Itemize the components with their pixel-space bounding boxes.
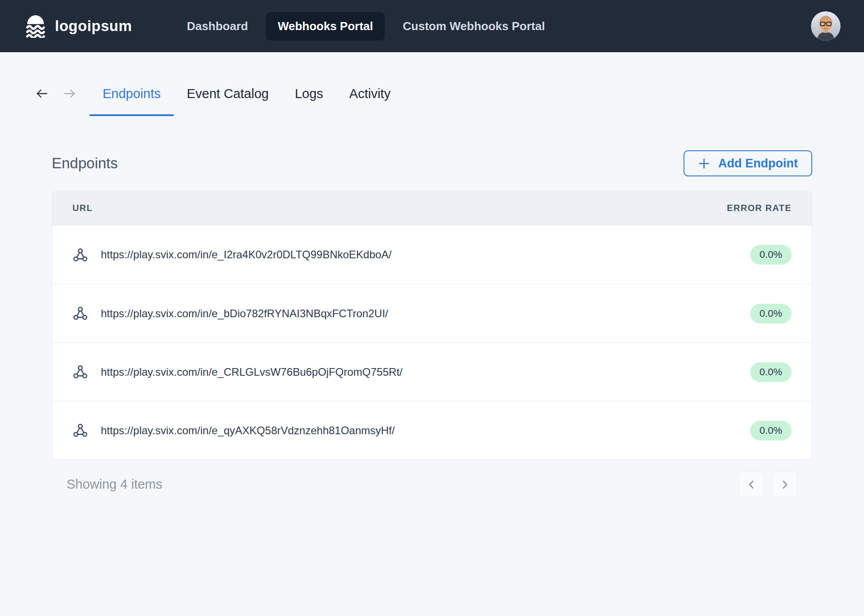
nav-item-custom-webhooks-portal[interactable]: Custom Webhooks Portal xyxy=(391,12,557,40)
tab-logs[interactable]: Logs xyxy=(282,85,336,116)
tab-activity[interactable]: Activity xyxy=(336,85,404,116)
endpoint-url: https://play.svix.com/in/e_qyAXKQ58rVdzn… xyxy=(101,424,395,437)
error-rate-badge: 0.0% xyxy=(750,245,792,265)
nav-item-webhooks-portal[interactable]: Webhooks Portal xyxy=(266,12,385,40)
webhook-icon xyxy=(72,306,88,321)
table-row[interactable]: https://play.svix.com/in/e_qyAXKQ58rVdzn… xyxy=(52,401,812,459)
arrow-right-icon xyxy=(62,86,77,101)
row-url-cell: https://play.svix.com/in/e_bDio782fRYNAI… xyxy=(72,306,388,321)
forward-button[interactable] xyxy=(62,85,78,103)
nav-item-dashboard[interactable]: Dashboard xyxy=(175,12,260,40)
items-count-label: Showing 4 items xyxy=(67,477,162,492)
portal-tabbar: Endpoints Event Catalog Logs Activity xyxy=(34,85,864,116)
row-url-cell: https://play.svix.com/in/e_qyAXKQ58rVdzn… xyxy=(72,423,395,438)
next-page-button[interactable] xyxy=(772,472,797,497)
add-endpoint-button[interactable]: Add Endpoint xyxy=(684,150,812,176)
pagination xyxy=(738,472,797,497)
endpoints-table: URL ERROR RATE https://play.svix.com/in/… xyxy=(52,191,812,460)
endpoint-url: https://play.svix.com/in/e_I2ra4K0v2r0DL… xyxy=(101,248,392,261)
page-title: Endpoints xyxy=(52,155,118,172)
row-url-cell: https://play.svix.com/in/e_CRLGLvsW76Bu6… xyxy=(72,364,402,380)
top-navbar: logoipsum Dashboard Webhooks Portal Cust… xyxy=(0,0,864,52)
webhook-icon xyxy=(72,364,88,380)
table-row[interactable]: https://play.svix.com/in/e_CRLGLvsW76Bu6… xyxy=(52,342,812,401)
page-head: Endpoints Add Endpoint xyxy=(52,150,812,176)
arrow-left-icon xyxy=(34,86,50,101)
column-header-url: URL xyxy=(72,203,93,213)
logo-waves-icon xyxy=(23,14,48,38)
webhook-icon xyxy=(72,247,88,263)
previous-page-button[interactable] xyxy=(738,472,764,497)
endpoints-page: Endpoints Add Endpoint URL ERROR RATE xyxy=(52,150,812,497)
brand-name: logoipsum xyxy=(55,18,132,35)
table-header: URL ERROR RATE xyxy=(52,191,812,225)
table-row[interactable]: https://play.svix.com/in/e_bDio782fRYNAI… xyxy=(52,284,812,342)
add-endpoint-label: Add Endpoint xyxy=(718,157,798,171)
error-rate-badge: 0.0% xyxy=(750,362,792,382)
error-rate-badge: 0.0% xyxy=(750,421,792,441)
user-avatar[interactable] xyxy=(811,11,841,41)
endpoint-url: https://play.svix.com/in/e_bDio782fRYNAI… xyxy=(101,307,388,320)
tab-event-catalog[interactable]: Event Catalog xyxy=(174,85,282,116)
brand-logo[interactable]: logoipsum xyxy=(23,14,132,38)
main-nav: Dashboard Webhooks Portal Custom Webhook… xyxy=(175,12,557,40)
back-button[interactable] xyxy=(34,85,50,103)
plus-icon xyxy=(698,157,710,170)
table-footer: Showing 4 items xyxy=(52,472,812,497)
webhook-icon xyxy=(72,423,88,438)
tab-endpoints[interactable]: Endpoints xyxy=(90,85,174,116)
chevron-right-icon xyxy=(779,479,791,490)
tabs: Endpoints Event Catalog Logs Activity xyxy=(90,85,404,116)
column-header-error-rate: ERROR RATE xyxy=(727,203,792,213)
endpoint-url: https://play.svix.com/in/e_CRLGLvsW76Bu6… xyxy=(101,366,402,378)
chevron-left-icon xyxy=(746,479,757,490)
error-rate-badge: 0.0% xyxy=(750,304,792,324)
row-url-cell: https://play.svix.com/in/e_I2ra4K0v2r0DL… xyxy=(72,247,392,263)
table-row[interactable]: https://play.svix.com/in/e_I2ra4K0v2r0DL… xyxy=(52,225,812,284)
